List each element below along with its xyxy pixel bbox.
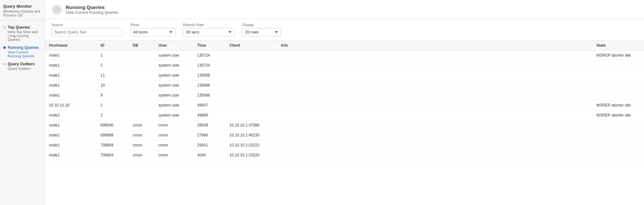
page-subtitle: View Current Running Queries [66, 10, 118, 15]
col-header-db: DB [129, 41, 155, 51]
cell-time: 4040 [193, 150, 226, 160]
cell-state [592, 130, 644, 140]
cell-time: 49889 [193, 110, 226, 120]
table-row[interactable]: node19system user135698 [45, 90, 644, 100]
page-header-text: Running Queries View Current Running Que… [66, 5, 118, 15]
cell-info [277, 150, 592, 160]
cell-id: 698040 [97, 120, 129, 130]
sidebar-header: Query Monitor Monitoring Queries and Pro… [0, 0, 45, 21]
cell-time: 25641 [193, 140, 226, 150]
col-header-client: Client [226, 41, 277, 51]
cell-state [592, 61, 644, 70]
cell-state: WSREP aborter idle [592, 51, 644, 61]
col-header-user: User [155, 41, 193, 51]
display-label: Display [242, 23, 281, 27]
search-input[interactable] [52, 28, 122, 36]
sidebar-item-top-queries[interactable]: Top Queries View Top Slow and Long-runni… [0, 23, 45, 43]
search-group: Search [52, 23, 122, 36]
display-group: Display 10 rows20 rows50 rows100 rows [242, 23, 281, 36]
table-header: HostnameIDDBUserTimeClientInfoState [45, 41, 644, 51]
cell-state [592, 140, 644, 150]
cell-state: WSREP aborter idle [592, 110, 644, 120]
cell-time: 28548 [193, 120, 226, 130]
cell-hostname: node1 [45, 90, 97, 100]
page-header: Running Queries View Current Running Que… [45, 0, 644, 19]
cell-id: 2 [97, 61, 129, 70]
sidebar-item-sublabel: Query Outliers [8, 67, 34, 70]
cell-user: system user [155, 90, 193, 100]
cell-hostname: node1 [45, 120, 97, 130]
sidebar-item-query-outliers[interactable]: Query Outliers Query Outliers [0, 60, 45, 72]
cell-hostname: node1 [45, 70, 97, 80]
cell-db [129, 80, 155, 90]
sidebar-item-dot [3, 63, 6, 65]
table-row[interactable]: node12system user135724 [45, 61, 644, 70]
cell-user: cmon [155, 140, 193, 150]
cell-time: 135724 [193, 61, 226, 70]
cell-db: cmon [129, 130, 155, 140]
cell-id: 708884 [97, 140, 129, 150]
cell-client: 10.10.10.1:46230 [226, 130, 277, 140]
table-row[interactable]: 10.10.10.181system user49937WSREP aborte… [45, 100, 644, 110]
cell-client: 10.10.10.1:23222 [226, 140, 277, 150]
cell-user: system user [155, 110, 193, 120]
cell-id: 10 [97, 80, 129, 90]
cell-hostname: node2 [45, 110, 97, 120]
sidebar-app-title: Query Monitor [3, 4, 42, 9]
cell-time: 135724 [193, 51, 226, 61]
refresh-select[interactable]: 5 secs10 secs30 secs60 secsManual [183, 28, 235, 36]
show-group: Show All hostsnode1node210.10.10.18 [130, 23, 175, 36]
table-header-row: HostnameIDDBUserTimeClientInfoState [45, 41, 644, 51]
table-row[interactable]: node1699989cmoncmon2799610.10.10.1:46230 [45, 130, 644, 140]
cell-user: system user [155, 51, 193, 61]
cell-db [129, 110, 155, 120]
table-row[interactable]: node1698040cmoncmon2854810.10.10.1:37086 [45, 120, 644, 130]
cell-db [129, 100, 155, 110]
cell-info [277, 80, 592, 90]
table-row[interactable]: node111system user135698 [45, 70, 644, 80]
sidebar-item-running-queries[interactable]: Running Queries View Current Running Que… [0, 43, 45, 60]
cell-user: system user [155, 80, 193, 90]
display-select[interactable]: 10 rows20 rows50 rows100 rows [242, 28, 281, 36]
table-row[interactable]: node11system user135724WSREP aborter idl… [45, 51, 644, 61]
table-body: node11system user135724WSREP aborter idl… [45, 51, 644, 160]
cell-user: system user [155, 70, 193, 80]
cell-hostname: node1 [45, 80, 97, 90]
cell-time: 135698 [193, 70, 226, 80]
table-row[interactable]: node110system user135698 [45, 80, 644, 90]
col-header-hostname: Hostname [45, 41, 97, 51]
cell-db [129, 70, 155, 80]
cell-client [226, 90, 277, 100]
cell-user: system user [155, 100, 193, 110]
queries-table: HostnameIDDBUserTimeClientInfoState node… [45, 41, 644, 160]
cell-time: 135698 [193, 80, 226, 90]
sidebar-item-label: Query Outliers [8, 62, 34, 66]
cell-state [592, 70, 644, 80]
search-label: Search [52, 23, 122, 27]
table-row[interactable]: node1708884cmoncmon2564110.10.10.1:23222 [45, 140, 644, 150]
cell-user: system user [155, 61, 193, 70]
cell-id: 1 [97, 51, 129, 61]
cell-id: 708883 [97, 150, 129, 160]
cell-db: cmon [129, 150, 155, 160]
table-row[interactable]: node1708883cmoncmon404010.10.10.1:23220 [45, 150, 644, 160]
sidebar-item-sublabel: View Current Running Queries [8, 50, 42, 58]
cell-client [226, 70, 277, 80]
main-content: Running Queries View Current Running Que… [45, 0, 644, 205]
sidebar-app-subtitle: Monitoring Queries and Process List [3, 9, 42, 17]
refresh-label: Refresh Rate [183, 23, 235, 27]
cell-client [226, 51, 277, 61]
cell-client: 10.10.10.1:37086 [226, 120, 277, 130]
toolbar: Search Show All hostsnode1node210.10.10.… [45, 19, 644, 41]
page-header-icon [52, 5, 62, 15]
sidebar: Query Monitor Monitoring Queries and Pro… [0, 0, 45, 205]
cell-id: 1 [97, 100, 129, 110]
sidebar-nav: Top Queries View Top Slow and Long-runni… [0, 21, 45, 75]
table-row[interactable]: node22system user49889WSREP aborter idle [45, 110, 644, 120]
cell-state [592, 80, 644, 90]
cell-hostname: node1 [45, 140, 97, 150]
cell-state [592, 150, 644, 160]
show-select[interactable]: All hostsnode1node210.10.10.18 [130, 28, 175, 36]
col-header-state: State [592, 41, 644, 51]
cell-client [226, 100, 277, 110]
